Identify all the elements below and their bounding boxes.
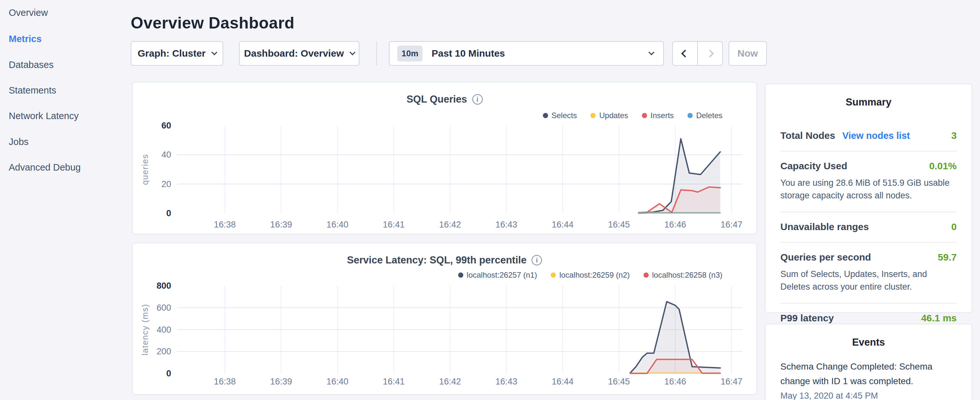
toolbar-divider: [376, 41, 377, 66]
svg-text:16:44: 16:44: [552, 377, 574, 386]
graph-dropdown[interactable]: Graph: Cluster: [131, 41, 223, 66]
svg-text:400: 400: [157, 325, 171, 335]
summary-row-label: Capacity Used: [780, 161, 847, 172]
svg-text:16:40: 16:40: [326, 377, 348, 386]
summary-row-value: 0: [951, 222, 957, 233]
sql-queries-chart[interactable]: 16:3816:3916:4016:4116:4216:4316:4416:45…: [133, 83, 758, 235]
chevron-down-icon: [211, 49, 217, 55]
summary-row-value: 46.1 ms: [921, 312, 957, 324]
time-range-badge: 10m: [397, 46, 423, 62]
chevron-right-icon: [706, 49, 714, 57]
svg-text:16:45: 16:45: [608, 220, 630, 229]
svg-text:800: 800: [157, 281, 171, 291]
sidebar-item-statements[interactable]: Statements: [9, 85, 56, 96]
summary-panel: Summary Total NodesView nodes list3Capac…: [765, 83, 972, 313]
svg-text:200: 200: [157, 347, 171, 356]
svg-text:60: 60: [161, 121, 171, 131]
time-range-label: Past 10 Minutes: [431, 48, 649, 59]
summary-row-label: Queries per second: [780, 252, 871, 263]
svg-text:16:39: 16:39: [270, 220, 292, 229]
chevron-down-icon: [349, 49, 355, 55]
time-forward-button[interactable]: [698, 42, 722, 65]
summary-row-value: 3: [951, 130, 957, 141]
summary-row-description: Sum of Selects, Updates, Inserts, and De…: [780, 268, 957, 293]
service-latency-chart[interactable]: 16:3816:3916:4016:4116:4216:4316:4416:45…: [133, 243, 758, 395]
summary-row-label: Unavailable ranges: [780, 222, 869, 233]
view-nodes-list-link[interactable]: View nodes list: [842, 131, 910, 141]
svg-text:16:41: 16:41: [383, 377, 405, 386]
svg-text:16:38: 16:38: [214, 220, 236, 229]
svg-text:16:39: 16:39: [270, 377, 292, 386]
svg-text:latency (ms): latency (ms): [140, 304, 150, 356]
svg-text:16:44: 16:44: [552, 220, 574, 229]
sql-queries-chart-card: SQL Queries i SelectsUpdatesInsertsDelet…: [132, 82, 757, 234]
dashboard-dropdown-label: Dashboard: Overview: [244, 48, 344, 59]
event-message: Schema Change Completed: Schema change w…: [780, 359, 957, 388]
sidebar-item-network-latency[interactable]: Network Latency: [9, 111, 79, 121]
svg-text:16:41: 16:41: [383, 220, 405, 229]
time-stepper: [672, 41, 723, 66]
summary-row-unavailable-ranges: Unavailable ranges0: [780, 212, 957, 243]
svg-text:16:47: 16:47: [721, 377, 743, 386]
sidebar-item-overview[interactable]: Overview: [9, 8, 48, 18]
sidebar-item-metrics[interactable]: Metrics: [9, 33, 42, 44]
summary-title: Summary: [765, 96, 972, 108]
summary-row-total-nodes: Total NodesView nodes list3: [780, 121, 957, 151]
events-title: Events: [765, 336, 972, 348]
svg-text:40: 40: [161, 150, 171, 159]
svg-text:16:47: 16:47: [721, 220, 743, 229]
summary-row-description: You are using 28.6 MiB of 515.9 GiB usab…: [780, 177, 957, 202]
event-timestamp: May 13, 2020 at 4:45 PM: [780, 391, 957, 400]
summary-row-label: Total Nodes: [780, 130, 835, 141]
svg-text:16:42: 16:42: [439, 220, 461, 229]
summary-row-label: P99 latency: [780, 312, 834, 324]
svg-text:16:46: 16:46: [664, 220, 686, 229]
svg-text:16:38: 16:38: [214, 377, 236, 386]
sidebar: OverviewMetricsDatabasesStatementsNetwor…: [0, 0, 126, 400]
dashboard-dropdown[interactable]: Dashboard: Overview: [239, 41, 360, 66]
sidebar-item-databases[interactable]: Databases: [9, 59, 54, 70]
svg-text:600: 600: [157, 303, 171, 312]
svg-text:0: 0: [166, 209, 171, 218]
events-panel: Events Schema Change Completed: Schema c…: [765, 324, 972, 400]
now-button[interactable]: Now: [729, 41, 767, 66]
graph-dropdown-label: Graph: Cluster: [137, 48, 205, 59]
service-latency-chart-card: Service Latency: SQL, 99th percentile i …: [132, 243, 757, 395]
svg-text:0: 0: [166, 369, 171, 378]
chevron-down-icon: [648, 49, 654, 55]
svg-text:16:42: 16:42: [439, 377, 461, 386]
chevron-left-icon: [681, 49, 689, 57]
sidebar-item-jobs[interactable]: Jobs: [9, 137, 29, 147]
event-item: Schema Change Completed: Schema change w…: [780, 359, 957, 400]
time-back-button[interactable]: [673, 42, 698, 65]
svg-text:20: 20: [161, 179, 171, 189]
svg-text:16:40: 16:40: [326, 220, 348, 229]
page-title: Overview Dashboard: [131, 14, 294, 32]
summary-row-capacity-used: Capacity Used0.01%You are using 28.6 MiB…: [780, 151, 957, 212]
summary-row-value: 0.01%: [929, 161, 957, 172]
summary-row-value: 59.7: [938, 252, 957, 263]
summary-row-queries-per-second: Queries per second59.7Sum of Selects, Up…: [780, 243, 957, 304]
svg-text:16:43: 16:43: [495, 377, 517, 386]
svg-text:16:43: 16:43: [495, 220, 517, 229]
time-range-dropdown[interactable]: 10m Past 10 Minutes: [389, 41, 664, 66]
sidebar-item-advanced-debug[interactable]: Advanced Debug: [9, 162, 81, 172]
svg-text:16:45: 16:45: [608, 377, 630, 386]
svg-text:16:46: 16:46: [664, 377, 686, 386]
svg-text:queries: queries: [140, 154, 150, 185]
